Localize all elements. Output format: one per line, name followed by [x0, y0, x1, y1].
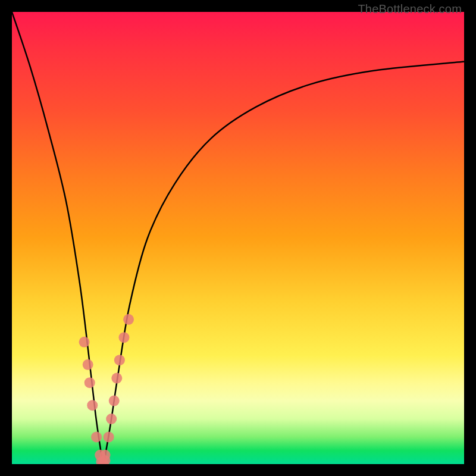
chart-svg — [12, 12, 464, 464]
data-point — [87, 400, 98, 411]
watermark-text: TheBottleneck.com — [358, 2, 462, 16]
data-point — [91, 431, 102, 442]
data-point — [83, 359, 93, 370]
bottleneck-curve — [12, 12, 464, 464]
data-point — [84, 377, 95, 388]
data-point — [79, 337, 90, 347]
data-point — [118, 332, 129, 343]
plot-area — [12, 12, 464, 464]
data-point — [114, 355, 125, 365]
chart-frame: TheBottleneck.com — [0, 0, 476, 476]
data-point — [104, 431, 114, 442]
data-point — [123, 314, 134, 325]
data-point — [109, 396, 120, 406]
data-point — [111, 373, 122, 384]
curve-path — [12, 12, 464, 464]
data-point — [106, 414, 117, 424]
